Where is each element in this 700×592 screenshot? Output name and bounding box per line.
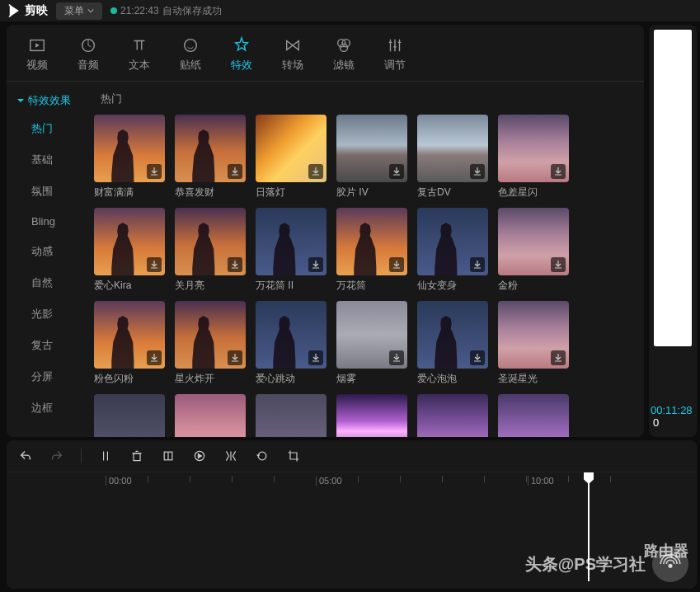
effect-card[interactable]: 仙女变身 bbox=[417, 208, 488, 296]
tab-adjust[interactable]: 调节 bbox=[381, 31, 409, 81]
effect-thumbnail[interactable] bbox=[175, 394, 246, 437]
effect-card[interactable]: 圣诞星光 bbox=[498, 301, 569, 389]
speed-button[interactable] bbox=[192, 449, 207, 463]
effect-card[interactable] bbox=[336, 394, 407, 437]
effect-card[interactable]: 财富满满 bbox=[94, 115, 165, 203]
effect-card[interactable] bbox=[498, 394, 569, 437]
download-button[interactable] bbox=[228, 257, 242, 272]
undo-button[interactable] bbox=[18, 449, 33, 463]
effect-card[interactable]: 烟雾 bbox=[336, 301, 407, 389]
download-button[interactable] bbox=[308, 164, 323, 179]
effect-thumbnail[interactable] bbox=[336, 208, 407, 275]
timeline-ruler[interactable]: 00:0005:0010:00 bbox=[7, 472, 697, 489]
tab-filter[interactable]: 滤镜 bbox=[330, 31, 358, 81]
effect-card[interactable]: 粉色闪粉 bbox=[94, 301, 165, 389]
effect-card[interactable]: 万花筒 bbox=[336, 208, 407, 296]
effect-thumbnail[interactable] bbox=[498, 115, 569, 182]
effect-thumbnail[interactable] bbox=[336, 301, 407, 369]
effect-thumbnail[interactable] bbox=[417, 208, 488, 275]
effect-thumbnail[interactable] bbox=[417, 115, 488, 182]
sidebar-item[interactable]: 基础 bbox=[7, 144, 89, 176]
download-button[interactable] bbox=[308, 257, 323, 272]
sidebar-item[interactable]: 复古 bbox=[7, 330, 89, 361]
effect-thumbnail[interactable] bbox=[256, 115, 327, 182]
delete-button[interactable] bbox=[129, 449, 144, 463]
effect-card[interactable] bbox=[94, 394, 165, 437]
download-button[interactable] bbox=[228, 350, 242, 365]
effect-thumbnail[interactable] bbox=[336, 115, 407, 182]
sidebar-item[interactable]: 自然 bbox=[7, 267, 89, 298]
effect-thumbnail[interactable] bbox=[94, 208, 165, 275]
download-button[interactable] bbox=[470, 257, 485, 272]
tab-transition[interactable]: 转场 bbox=[279, 31, 307, 81]
effect-thumbnail[interactable] bbox=[417, 301, 488, 369]
split-button[interactable] bbox=[98, 449, 113, 463]
download-button[interactable] bbox=[389, 164, 404, 179]
effect-thumbnail[interactable] bbox=[336, 394, 407, 437]
effect-thumbnail[interactable] bbox=[498, 301, 569, 369]
effect-thumbnail[interactable] bbox=[175, 301, 246, 369]
crop-button[interactable] bbox=[161, 449, 176, 463]
rotate-button[interactable] bbox=[255, 449, 270, 463]
tab-audio[interactable]: 音频 bbox=[74, 31, 102, 81]
effect-thumbnail[interactable] bbox=[175, 115, 246, 182]
effect-card[interactable]: 复古DV bbox=[417, 115, 488, 203]
sidebar-item[interactable]: 边框 bbox=[7, 392, 89, 424]
download-button[interactable] bbox=[551, 164, 566, 179]
sidebar-item[interactable]: 热门 bbox=[7, 113, 89, 144]
effect-card[interactable] bbox=[256, 394, 327, 437]
download-button[interactable] bbox=[389, 350, 404, 365]
download-button[interactable] bbox=[389, 257, 404, 272]
effect-label: 恭喜发财 bbox=[175, 182, 246, 203]
effect-card[interactable]: 色差星闪 bbox=[498, 115, 569, 203]
download-button[interactable] bbox=[147, 164, 162, 179]
effect-thumbnail[interactable] bbox=[94, 115, 165, 182]
effect-card[interactable]: 爱心泡泡 bbox=[417, 301, 488, 389]
download-button[interactable] bbox=[147, 257, 162, 272]
effect-card[interactable]: 恭喜发财 bbox=[175, 115, 246, 203]
sidebar-item[interactable]: 分屏 bbox=[7, 361, 89, 392]
download-button[interactable] bbox=[308, 350, 323, 365]
effect-card[interactable]: 星火炸开 bbox=[175, 301, 246, 389]
download-button[interactable] bbox=[470, 164, 485, 179]
tab-sticker[interactable]: 贴纸 bbox=[176, 31, 204, 81]
effect-card[interactable] bbox=[175, 394, 246, 437]
download-button[interactable] bbox=[228, 164, 242, 179]
sidebar-item[interactable]: 氛围 bbox=[7, 176, 89, 207]
effect-card[interactable]: 万花筒 II bbox=[256, 208, 327, 296]
effect-thumbnail[interactable] bbox=[256, 394, 327, 437]
crop-frame-button[interactable] bbox=[286, 449, 301, 463]
effect-card[interactable] bbox=[417, 394, 488, 437]
tab-text[interactable]: 文本 bbox=[125, 31, 153, 81]
redo-button[interactable] bbox=[49, 449, 64, 463]
sidebar-item[interactable]: 光影 bbox=[7, 298, 89, 330]
tab-video[interactable]: 视频 bbox=[23, 31, 51, 81]
effect-thumbnail[interactable] bbox=[94, 394, 165, 437]
effect-card[interactable]: 爱心Kira bbox=[94, 208, 165, 296]
effect-thumbnail[interactable] bbox=[256, 208, 327, 275]
download-button[interactable] bbox=[551, 350, 566, 365]
download-button[interactable] bbox=[551, 257, 566, 272]
menu-button[interactable]: 菜单 bbox=[56, 2, 102, 20]
effect-thumbnail[interactable] bbox=[94, 301, 165, 369]
effect-thumbnail[interactable] bbox=[498, 394, 569, 437]
effect-thumbnail[interactable] bbox=[498, 208, 569, 275]
preview-thumbnail-strip[interactable] bbox=[654, 30, 692, 346]
effect-thumbnail[interactable] bbox=[175, 208, 246, 275]
effect-card[interactable]: 关月亮 bbox=[175, 208, 246, 296]
sidebar-item[interactable]: 动感 bbox=[7, 236, 89, 267]
preview-panel: 00:11:28 0 bbox=[649, 25, 697, 437]
effect-thumbnail[interactable] bbox=[417, 394, 488, 437]
effect-card[interactable]: 日落灯 bbox=[256, 115, 327, 203]
effect-label: 金粉 bbox=[498, 275, 569, 296]
download-button[interactable] bbox=[470, 350, 485, 365]
download-button[interactable] bbox=[147, 350, 162, 365]
tab-effect[interactable]: 特效 bbox=[228, 31, 256, 81]
effect-card[interactable]: 胶片 IV bbox=[336, 115, 407, 203]
effect-thumbnail[interactable] bbox=[256, 301, 327, 369]
sidebar-item[interactable]: Bling bbox=[7, 207, 89, 236]
sidebar-header[interactable]: 特效效果 bbox=[7, 88, 89, 113]
mirror-button[interactable] bbox=[223, 449, 238, 463]
effect-card[interactable]: 金粉 bbox=[498, 208, 569, 296]
effect-card[interactable]: 爱心跳动 bbox=[256, 301, 327, 389]
